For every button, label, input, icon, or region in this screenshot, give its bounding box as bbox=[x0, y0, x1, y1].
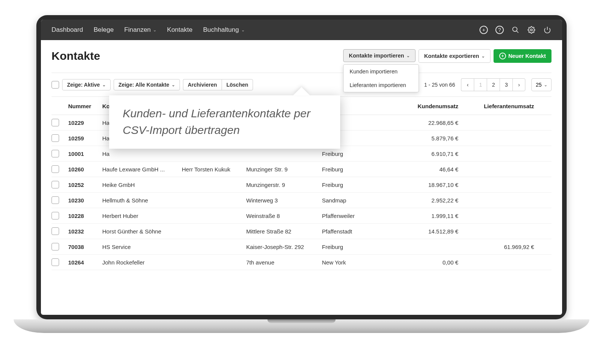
row-checkbox[interactable] bbox=[52, 119, 59, 126]
cell-city: Freiburg bbox=[322, 182, 383, 188]
nav-buchhaltung[interactable]: Buchhaltung⌄ bbox=[203, 26, 245, 34]
cell-number: 10260 bbox=[68, 166, 102, 173]
cell-number: 10230 bbox=[68, 197, 102, 204]
select-all-checkbox[interactable] bbox=[52, 81, 59, 89]
cell-street: Kaiser-Joseph-Str. 292 bbox=[246, 244, 322, 250]
col-supplier-revenue[interactable]: Lieferantenumsatz bbox=[458, 103, 534, 109]
cell-contact: Haufe Lexware GmbH ... bbox=[102, 166, 182, 173]
pager: ‹ 1 2 3 › bbox=[461, 78, 525, 91]
cell-number: 10259 bbox=[68, 135, 102, 142]
row-checkbox[interactable] bbox=[52, 258, 59, 266]
cell-number: 10228 bbox=[68, 213, 102, 219]
row-checkbox[interactable] bbox=[52, 212, 59, 219]
cell-revenue: 14.512,89 € bbox=[383, 228, 458, 235]
chevron-down-icon: ⌄ bbox=[481, 54, 485, 59]
filter-all-label: Zeige: Alle Kontakte bbox=[119, 82, 169, 88]
cell-street: Munzinger Str. 9 bbox=[246, 166, 322, 173]
row-checkbox[interactable] bbox=[52, 165, 59, 173]
cell-revenue: 5.879,76 € bbox=[383, 135, 458, 142]
cell-number: 10229 bbox=[68, 120, 102, 126]
row-checkbox[interactable] bbox=[52, 150, 59, 157]
col-revenue[interactable]: Kundenumsatz bbox=[383, 103, 458, 109]
cell-city: Freiburg bbox=[322, 151, 383, 157]
cell-name: Herr Torsten Kukuk bbox=[182, 166, 246, 173]
row-checkbox[interactable] bbox=[52, 181, 59, 188]
power-icon[interactable] bbox=[543, 26, 551, 34]
pager-page-2[interactable]: 2 bbox=[487, 78, 500, 91]
nav-belege[interactable]: Belege bbox=[94, 26, 114, 34]
import-button-label: Kontakte importieren bbox=[349, 53, 404, 59]
row-checkbox[interactable] bbox=[52, 227, 59, 235]
delete-button[interactable]: Löschen bbox=[222, 79, 253, 90]
svg-line-1 bbox=[517, 31, 519, 33]
cell-contact: Hellmuth & Söhne bbox=[102, 197, 182, 204]
cell-contact: Herbert Huber bbox=[102, 213, 182, 219]
paging-info: 1 - 25 von 66 bbox=[424, 82, 455, 88]
plus-circle-icon: + bbox=[499, 53, 506, 59]
nav-dashboard[interactable]: Dashboard bbox=[52, 26, 83, 34]
new-contact-button[interactable]: + Neuer Kontakt bbox=[494, 49, 551, 63]
cell-city: Freiburg bbox=[322, 166, 383, 173]
filter-active-button[interactable]: Zeige: Aktive ⌄ bbox=[62, 79, 111, 90]
table-row[interactable]: 70038HS ServiceKaiser-Joseph-Str. 292Fre… bbox=[52, 239, 551, 255]
filter-all-button[interactable]: Zeige: Alle Kontakte ⌄ bbox=[114, 79, 180, 90]
callout-tooltip: Kunden- und Lieferantenkontakte per CSV-… bbox=[109, 95, 340, 149]
row-checkbox[interactable] bbox=[52, 243, 59, 250]
page-title: Kontakte bbox=[52, 50, 100, 62]
cell-revenue: 22.968,65 € bbox=[383, 120, 458, 126]
import-customers-item[interactable]: Kunden importieren bbox=[344, 65, 419, 78]
table-row[interactable]: 10260Haufe Lexware GmbH ...Herr Torsten … bbox=[52, 162, 551, 177]
chevron-down-icon: ⌄ bbox=[153, 28, 156, 33]
pager-page-3[interactable]: 3 bbox=[500, 78, 512, 91]
gear-icon[interactable] bbox=[527, 26, 536, 34]
nav-finanzen[interactable]: Finanzen⌄ bbox=[124, 26, 156, 34]
cell-revenue: 1.999,11 € bbox=[383, 213, 458, 219]
table-row[interactable]: 10230Hellmuth & SöhneWinterweg 3Sandmap2… bbox=[52, 193, 551, 208]
pager-page-1[interactable]: 1 bbox=[474, 78, 487, 91]
cell-city: Sandmap bbox=[322, 197, 383, 204]
cell-city: New York bbox=[322, 259, 383, 266]
nav-kontakte[interactable]: Kontakte bbox=[167, 26, 192, 34]
cell-revenue: 6.910,71 € bbox=[383, 151, 458, 157]
cell-city: Freiburg bbox=[322, 244, 383, 250]
import-contacts-button[interactable]: Kontakte importieren ⌄ bbox=[343, 49, 416, 62]
cell-number: 10001 bbox=[68, 151, 102, 157]
chevron-down-icon: ⌄ bbox=[544, 82, 547, 87]
col-number[interactable]: Nummer bbox=[68, 103, 102, 109]
search-icon[interactable] bbox=[511, 26, 520, 34]
page-size-value: 25 bbox=[536, 82, 542, 88]
chevron-down-icon: ⌄ bbox=[102, 82, 106, 87]
import-suppliers-item[interactable]: Lieferanten importieren bbox=[344, 78, 419, 92]
cell-contact: HS Service bbox=[102, 244, 182, 250]
svg-point-2 bbox=[531, 29, 533, 31]
chevron-down-icon: ⌄ bbox=[241, 28, 245, 33]
chevron-down-icon: ⌄ bbox=[406, 53, 410, 58]
row-checkbox[interactable] bbox=[52, 196, 59, 204]
cell-street: 7th avenue bbox=[246, 259, 322, 266]
cell-city: Pfaffenweiler bbox=[322, 213, 383, 219]
filter-active-label: Zeige: Aktive bbox=[67, 82, 100, 88]
cell-number: 10232 bbox=[68, 228, 102, 235]
cell-supplier-revenue: 61.969,92 € bbox=[458, 244, 534, 250]
cell-contact: Horst Günther & Söhne bbox=[102, 228, 182, 235]
pager-next[interactable]: › bbox=[512, 78, 525, 91]
add-icon[interactable]: + bbox=[480, 26, 488, 34]
cell-number: 70038 bbox=[68, 244, 102, 250]
table-row[interactable]: 10264John Rockefeller7th avenueNew York0… bbox=[52, 255, 551, 270]
table-row[interactable]: 10228Herbert HuberWeinstraße 8Pfaffenwei… bbox=[52, 208, 551, 224]
cell-street: Weinstraße 8 bbox=[246, 213, 322, 219]
export-contacts-button[interactable]: Kontakte exportieren ⌄ bbox=[419, 49, 491, 63]
cell-number: 10252 bbox=[68, 182, 102, 188]
chevron-down-icon: ⌄ bbox=[172, 82, 175, 87]
cell-revenue: 18.967,10 € bbox=[383, 182, 458, 188]
row-checkbox[interactable] bbox=[52, 134, 59, 142]
export-button-label: Kontakte exportieren bbox=[424, 53, 479, 59]
page-size-select[interactable]: 25 ⌄ bbox=[531, 78, 551, 91]
pager-prev[interactable]: ‹ bbox=[461, 78, 474, 91]
archive-button[interactable]: Archivieren bbox=[183, 79, 222, 90]
cell-street: Mittlere Straße 82 bbox=[246, 228, 322, 235]
table-row[interactable]: 10232Horst Günther & SöhneMittlere Straß… bbox=[52, 224, 551, 239]
cell-street: Munzingerstr. 9 bbox=[246, 182, 322, 188]
help-icon[interactable]: ? bbox=[495, 26, 504, 34]
table-row[interactable]: 10252Heike GmbHMunzingerstr. 9Freiburg18… bbox=[52, 177, 551, 193]
